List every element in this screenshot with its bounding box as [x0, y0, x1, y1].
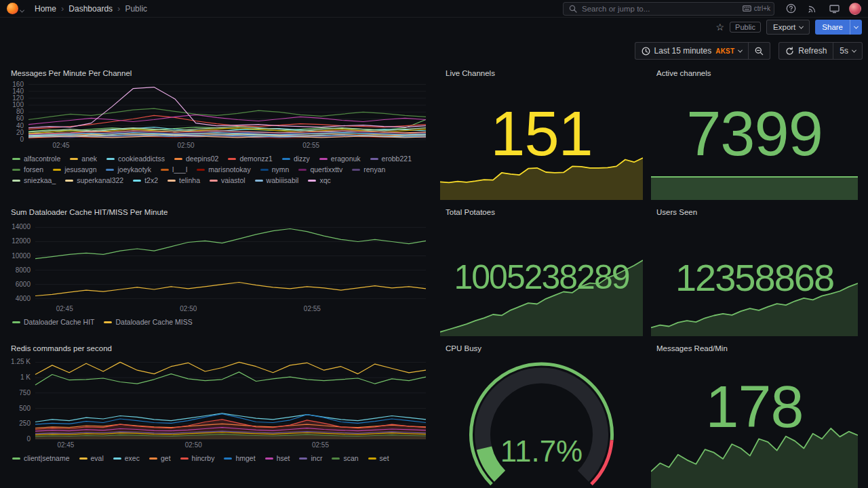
refresh-interval-select[interactable]: 5s [833, 42, 863, 60]
panel-title[interactable]: Live Channels [440, 64, 643, 79]
zoom-out-button[interactable] [749, 42, 770, 60]
messages-chart[interactable]: 02040608010012014016002:4502:5002:55 [8, 79, 431, 150]
legend-swatch [308, 180, 316, 182]
active-channels-sparkline [651, 176, 858, 200]
grafana-logo[interactable] [7, 3, 18, 14]
legend-item[interactable]: xqc [308, 176, 330, 185]
clock-icon [642, 47, 650, 56]
svg-text:02:55: 02:55 [302, 142, 319, 149]
help-icon[interactable] [784, 2, 797, 16]
legend-item[interactable]: l___l [161, 165, 187, 174]
legend-item[interactable]: joeykaotyk [106, 165, 151, 174]
refresh-button[interactable]: Refresh [778, 42, 833, 60]
stat-value: 178 [651, 377, 858, 436]
legend-item[interactable]: eragonuk [319, 155, 361, 163]
svg-text:6000: 6000 [16, 281, 31, 288]
svg-text:02:45: 02:45 [56, 305, 73, 312]
panel-title[interactable]: Users Seen [651, 203, 858, 218]
legend-swatch [299, 458, 307, 460]
panel-title[interactable]: Messages Per Minute Per Channel [5, 64, 433, 79]
stat-value: 7399 [651, 102, 858, 165]
monitor-icon[interactable] [827, 2, 841, 16]
panel-title[interactable]: Sum Dataloader Cache HIT/MISS Per Minute [5, 203, 433, 218]
rss-icon[interactable] [806, 2, 819, 16]
redis-chart[interactable]: 02505007501 K1.25 K02:4502:5002:55 [8, 354, 431, 449]
legend-item[interactable]: hincrby [180, 454, 215, 463]
legend-item[interactable]: vaiastol [210, 176, 245, 185]
svg-text:02:50: 02:50 [178, 142, 195, 149]
legend-swatch [167, 180, 176, 182]
legend-item[interactable]: cookieaddictss [106, 155, 165, 163]
svg-text:500: 500 [19, 405, 31, 412]
legend-item[interactable]: Dataloader Cache HIT [12, 318, 94, 327]
legend-item[interactable]: jesusavgn [53, 165, 96, 174]
search-input[interactable]: Search or jump to... ctrl+k [563, 2, 774, 16]
legend-item[interactable]: superkanal322 [65, 176, 123, 185]
svg-text:80: 80 [16, 108, 24, 115]
legend-swatch [370, 158, 378, 160]
breadcrumb-home[interactable]: Home [35, 4, 56, 14]
avatar[interactable] [849, 3, 861, 15]
legend-item[interactable]: telinha [167, 176, 200, 185]
legend-swatch [174, 158, 182, 160]
svg-text:8000: 8000 [16, 266, 31, 274]
svg-text:1.25 K: 1.25 K [11, 358, 31, 365]
legend-item[interactable]: demonzz1 [228, 155, 272, 163]
panel-title[interactable]: Total Potatoes [440, 203, 643, 218]
legend-swatch [12, 321, 20, 323]
panel-title[interactable]: Messages Read/Min [651, 340, 858, 354]
legend-swatch [161, 169, 169, 171]
legend-item[interactable]: nymn [260, 165, 290, 174]
legend-item[interactable]: renyan [352, 165, 385, 174]
legend-item[interactable]: eval [79, 454, 104, 463]
legend-item[interactable]: wabiiisabil [255, 176, 299, 185]
svg-text:1 K: 1 K [20, 373, 31, 381]
legend-item[interactable]: alfacontrole [12, 155, 60, 163]
legend-swatch [319, 158, 328, 160]
svg-text:12000: 12000 [12, 237, 31, 245]
legend-item[interactable]: incr [299, 454, 322, 463]
breadcrumb-dashboards[interactable]: Dashboards [68, 4, 113, 14]
panel-title[interactable]: CPU Busy [440, 340, 643, 354]
legend-item[interactable]: dizzy [282, 155, 310, 163]
legend-item[interactable]: hset [265, 454, 290, 463]
search-placeholder: Search or jump to... [582, 5, 738, 13]
legend-item[interactable]: deepins02 [174, 155, 218, 163]
legend-swatch [210, 180, 218, 182]
legend-item[interactable]: t2x2 [133, 176, 158, 185]
panel-users-seen: Users Seen 12358868 [651, 203, 858, 336]
dashboard-actions-bar: ☆ Public Export Share [0, 18, 868, 37]
legend-swatch [149, 458, 157, 460]
legend-item[interactable]: client|setname [12, 454, 70, 463]
svg-text:02:50: 02:50 [185, 441, 202, 449]
time-controls: Last 15 minutes AKST Refresh 5s [0, 41, 863, 60]
legend-item[interactable]: exec [113, 454, 140, 463]
legend-item[interactable]: anek [70, 155, 97, 163]
legend-item[interactable]: forsen [12, 165, 43, 174]
legend-item[interactable]: sniezkaa_ [12, 176, 56, 185]
panel-title[interactable]: Redis commands per second [5, 340, 433, 354]
cpu-busy-gauge: 11.7% [440, 356, 643, 488]
legend-item[interactable]: marisnotokay [197, 165, 250, 174]
legend-item[interactable]: quertixxttv [298, 165, 342, 174]
legend-item[interactable]: scan [332, 454, 358, 463]
legend-item[interactable]: Dataloader Cache MISS [104, 318, 192, 327]
dataloader-chart[interactable]: 40006000800010000120001400002:4502:5002:… [8, 218, 431, 313]
legend-swatch [352, 169, 360, 171]
legend-item[interactable]: set [368, 454, 389, 463]
legend-swatch [12, 158, 20, 160]
panel-title[interactable]: Active channels [651, 64, 858, 79]
star-icon[interactable]: ☆ [716, 22, 725, 32]
legend-item[interactable]: erobb221 [370, 155, 412, 163]
legend-item[interactable]: hmget [224, 454, 255, 463]
svg-text:140: 140 [12, 87, 24, 95]
panel-redis-commands: Redis commands per second 02505007501 K1… [5, 340, 433, 482]
zoom-out-icon [755, 47, 764, 56]
share-menu-caret[interactable] [850, 20, 862, 35]
legend-item[interactable]: get [149, 454, 171, 463]
breadcrumb-separator: › [117, 3, 120, 14]
chevron-down-icon[interactable] [20, 3, 24, 16]
share-button[interactable]: Share [815, 20, 862, 35]
export-button[interactable]: Export [766, 20, 810, 35]
time-range-picker[interactable]: Last 15 minutes AKST [635, 42, 749, 60]
